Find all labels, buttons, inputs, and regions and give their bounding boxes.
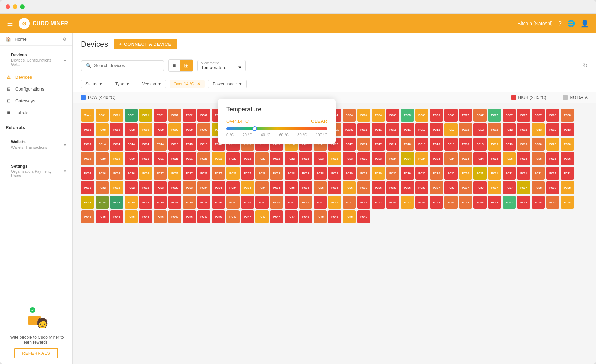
device-tile[interactable]: PC18 bbox=[430, 138, 443, 151]
device-tile[interactable]: PC47 bbox=[285, 210, 298, 223]
sidebar-item-home[interactable]: 🏠 Home bbox=[6, 37, 27, 42]
device-tile[interactable]: PC27 bbox=[168, 167, 181, 180]
device-tile[interactable]: PC38 bbox=[532, 181, 545, 194]
device-tile[interactable]: PC43 bbox=[488, 196, 501, 209]
device-tile[interactable]: PC01 bbox=[110, 109, 123, 122]
device-tile[interactable]: PC18 bbox=[401, 138, 414, 151]
device-tile[interactable]: PC43 bbox=[517, 196, 530, 209]
device-tile[interactable]: PC23 bbox=[372, 152, 385, 165]
device-tile[interactable]: PC14 bbox=[125, 138, 138, 151]
device-tile[interactable]: PC20 bbox=[110, 152, 123, 165]
temp-clear-button[interactable]: CLEAR bbox=[311, 119, 327, 124]
search-input[interactable] bbox=[94, 63, 156, 68]
device-tile[interactable]: PC32 bbox=[110, 181, 123, 194]
device-tile[interactable]: PC27 bbox=[212, 167, 225, 180]
device-tile[interactable]: PC37 bbox=[503, 181, 516, 194]
device-tile[interactable]: PC46 bbox=[154, 210, 167, 223]
device-tile[interactable]: PC05 bbox=[430, 109, 443, 122]
device-tile[interactable]: PC43 bbox=[459, 196, 472, 209]
device-tile[interactable]: PC14 bbox=[139, 138, 152, 151]
device-tile[interactable]: PC30 bbox=[459, 167, 472, 180]
device-tile[interactable]: PC09 bbox=[168, 123, 181, 136]
device-tile[interactable]: PC40 bbox=[226, 196, 240, 209]
device-tile[interactable]: PC01 bbox=[96, 109, 109, 122]
device-tile[interactable]: PC46 bbox=[212, 210, 225, 223]
device-tile[interactable]: PC30 bbox=[386, 167, 399, 180]
device-tile[interactable]: PC11 bbox=[357, 123, 370, 136]
device-tile[interactable]: PC39 bbox=[183, 196, 196, 209]
device-tile[interactable]: PC33 bbox=[183, 181, 196, 194]
device-tile[interactable]: PC28 bbox=[270, 167, 283, 180]
device-tile[interactable]: PC01 bbox=[139, 109, 152, 122]
device-tile[interactable]: PC42 bbox=[372, 196, 385, 209]
device-tile[interactable]: PC08 bbox=[125, 123, 138, 136]
device-tile[interactable]: PC18 bbox=[459, 138, 472, 151]
device-tile[interactable]: PC19 bbox=[488, 138, 501, 151]
sidebar-item-configurations[interactable]: ⊞ Configurations bbox=[0, 83, 72, 95]
power-filter[interactable]: Power usage ▼ bbox=[208, 80, 247, 88]
device-tile[interactable]: PC37 bbox=[459, 181, 472, 194]
device-tile[interactable]: PC24 bbox=[386, 152, 399, 165]
device-tile[interactable]: PC11 bbox=[386, 123, 399, 136]
device-tile[interactable]: PC30 bbox=[415, 167, 428, 180]
device-tile[interactable]: PC01 bbox=[125, 109, 138, 122]
device-tile[interactable]: PC20 bbox=[532, 138, 545, 151]
device-tile[interactable]: PC12 bbox=[444, 123, 458, 136]
status-filter[interactable]: Status ▼ bbox=[81, 80, 107, 88]
device-tile[interactable]: PC07 bbox=[517, 109, 530, 122]
device-tile[interactable]: PC17 bbox=[343, 138, 356, 151]
device-tile[interactable]: PC42 bbox=[430, 196, 443, 209]
device-tile[interactable]: PC20 bbox=[96, 152, 109, 165]
device-tile[interactable]: PC11 bbox=[372, 123, 385, 136]
device-tile[interactable]: PC26 bbox=[81, 167, 94, 180]
device-tile[interactable]: PC15 bbox=[183, 138, 196, 151]
device-tile[interactable]: PC42 bbox=[415, 196, 428, 209]
device-tile[interactable]: PC24 bbox=[473, 152, 487, 165]
device-tile[interactable]: PC41 bbox=[357, 196, 370, 209]
device-tile[interactable]: Minin bbox=[81, 109, 94, 122]
device-tile[interactable]: PC45 bbox=[139, 210, 152, 223]
device-tile[interactable]: PC27 bbox=[226, 167, 240, 180]
device-tile[interactable]: PC12 bbox=[459, 123, 472, 136]
help-icon[interactable]: ? bbox=[558, 20, 562, 27]
device-tile[interactable]: PC29 bbox=[328, 167, 341, 180]
device-tile[interactable]: PC44 bbox=[532, 196, 545, 209]
device-tile[interactable]: PC48 bbox=[357, 210, 370, 223]
device-tile[interactable]: PC22 bbox=[226, 152, 240, 165]
device-tile[interactable]: PC31 bbox=[81, 181, 94, 194]
device-tile[interactable]: PC42 bbox=[401, 196, 414, 209]
device-tile[interactable]: PC22 bbox=[241, 152, 254, 165]
device-tile[interactable]: PC21 bbox=[197, 152, 210, 165]
device-tile[interactable]: PC09 bbox=[154, 123, 167, 136]
device-tile[interactable]: PC07 bbox=[532, 109, 545, 122]
minimize-dot[interactable] bbox=[13, 4, 17, 9]
menu-icon[interactable]: ☰ bbox=[7, 19, 13, 28]
device-tile[interactable]: PC25 bbox=[488, 152, 501, 165]
device-tile[interactable]: PC38 bbox=[546, 181, 559, 194]
version-filter[interactable]: Version ▼ bbox=[138, 80, 166, 88]
device-tile[interactable]: PC102 bbox=[343, 123, 356, 136]
sidebar-item-gateways[interactable]: ⊡ Gateways bbox=[0, 95, 72, 106]
device-tile[interactable]: PC34 bbox=[197, 181, 210, 194]
device-tile[interactable]: PC40 bbox=[270, 196, 283, 209]
device-tile[interactable]: PC15 bbox=[168, 138, 181, 151]
device-tile[interactable]: PC48 bbox=[299, 210, 312, 223]
device-tile[interactable]: PC12 bbox=[415, 123, 428, 136]
device-tile[interactable]: PC18 bbox=[415, 138, 428, 151]
device-tile[interactable]: PC36 bbox=[343, 181, 356, 194]
device-tile[interactable]: PC01 bbox=[168, 109, 181, 122]
device-tile[interactable]: PC24 bbox=[401, 152, 414, 165]
device-tile[interactable]: PC28 bbox=[255, 167, 269, 180]
device-tile[interactable]: PC31 bbox=[488, 167, 501, 180]
device-tile[interactable]: PC20 bbox=[125, 152, 138, 165]
device-tile[interactable]: PC26 bbox=[561, 152, 574, 165]
device-tile[interactable]: PC33 bbox=[154, 181, 167, 194]
wallets-group-header[interactable]: Wallets Wallets, Transactions ▼ bbox=[0, 136, 72, 154]
device-tile[interactable]: PC22 bbox=[285, 152, 298, 165]
sidebar-item-labels[interactable]: ◼ Labels bbox=[0, 106, 72, 118]
device-tile[interactable]: PC25 bbox=[546, 152, 559, 165]
device-tile[interactable]: PC31 bbox=[183, 152, 196, 165]
device-tile[interactable]: PC19 bbox=[503, 138, 516, 151]
device-tile[interactable]: PC30 bbox=[401, 167, 414, 180]
device-tile[interactable]: PC31 bbox=[503, 167, 516, 180]
